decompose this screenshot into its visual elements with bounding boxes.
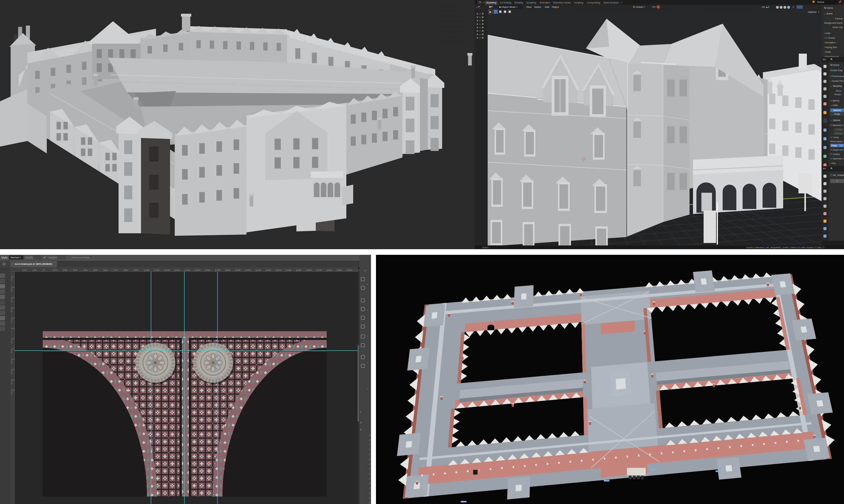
svg-text:Options: Options bbox=[808, 11, 816, 13]
svg-text:▾: ▾ bbox=[818, 11, 819, 13]
